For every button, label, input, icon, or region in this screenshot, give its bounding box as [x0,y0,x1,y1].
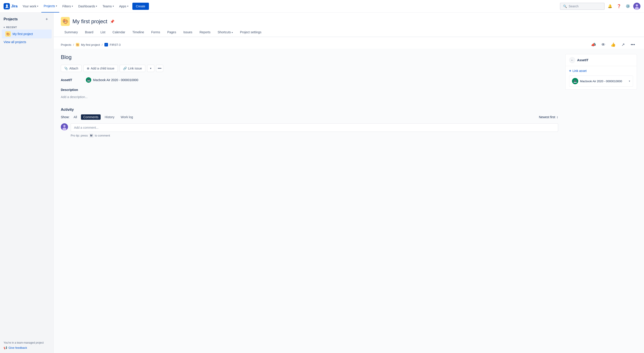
add-child-issue-button[interactable]: ⊕ Add a child issue [84,65,118,72]
filter-all[interactable]: All [71,114,80,120]
sidebar-header: Projects + [0,16,54,25]
tab-forms[interactable]: Forms [148,28,164,37]
description-label: Description [61,88,558,92]
comment-protip: Pro tip: press M to comment [71,134,558,138]
activity-sort-button[interactable]: Newest first ↕ [539,115,558,119]
child-issue-icon: ⊕ [87,67,90,70]
sidebar-section-recent[interactable]: ▾ RECENT [0,25,54,29]
chevron-down-icon: ▾ [56,5,57,7]
watch-button[interactable]: 👁 [599,41,607,49]
notifications-button[interactable]: 🔔 [606,3,614,10]
asset-panel: ← AssetIT + Link asset 💻 Macbook Air 202… [565,54,637,90]
svg-point-4 [63,125,66,127]
tab-project-settings[interactable]: Project settings [236,28,265,37]
tab-board[interactable]: Board [82,28,97,37]
chevron-down-icon: ▾ [127,5,128,7]
chevron-down-icon: ▾ [37,5,38,7]
breadcrumb-issue-icon: ✓ [104,43,108,46]
issue-container: Blog 📎 Attach ⊕ Add a child issue 🔗 Link… [54,49,644,353]
tab-timeline[interactable]: Timeline [129,28,148,37]
comment-row: Add a comment... [61,123,558,132]
breadcrumb-separator: / [73,43,74,46]
link-icon: 🔗 [123,67,127,70]
nav-dashboards[interactable]: Dashboards ▾ [76,0,100,12]
tab-issues[interactable]: Issues [180,28,196,37]
pin-icon[interactable]: 📌 [110,19,114,24]
breadcrumb-actions: 📣 👁 👍 ↗ ••• [590,41,637,49]
more-actions-button[interactable]: ••• [629,41,637,49]
breadcrumb-issue-key[interactable]: FIRST-3 [110,43,120,46]
give-feedback-link[interactable]: 📢 Give feedback [4,346,50,350]
project-header: 🎨 My first project 📌 [54,12,644,26]
tab-shortcuts[interactable]: Shortcuts ▾ [214,28,236,37]
chevron-down-icon: ▾ [72,5,73,7]
create-button[interactable]: Create [132,3,149,10]
comment-input[interactable]: Add a comment... [71,123,558,132]
description-input[interactable]: Add a description... [61,93,558,100]
jira-logo[interactable]: Jira [4,3,18,9]
issue-sidebar: ← AssetIT + Link asset 💻 Macbook Air 202… [565,54,637,352]
view-all-projects-link[interactable]: View all projects [0,38,54,45]
linked-asset-item[interactable]: 💻 Macbook Air 2020 - 0000010000 ▾ [569,75,633,87]
attach-button[interactable]: 📎 Attach [61,65,82,72]
add-project-button[interactable]: + [44,16,50,22]
filter-history[interactable]: History [102,114,117,120]
tab-summary[interactable]: Summary [61,28,82,37]
asset-field-value[interactable]: 💻 Macbook Air 2020 - 0000010000 [86,77,138,83]
chevron-down-icon: ▾ [150,67,152,70]
tab-list[interactable]: List [97,28,109,37]
jira-logo-icon [4,3,10,9]
nav-your-work[interactable]: Your work ▾ [20,0,40,12]
tab-pages[interactable]: Pages [164,28,180,37]
description-section: Description Add a description... [61,88,558,100]
breadcrumb-project-icon: 🎨 [76,43,80,46]
tab-reports[interactable]: Reports [196,28,214,37]
link-issue-button[interactable]: 🔗 Link issue [120,65,145,72]
toolbar-ellipsis-button[interactable]: ••• [156,65,163,72]
sidebar: Projects + ▾ RECENT 🎨 My first project V… [0,12,54,353]
nav-projects[interactable]: Projects ▾ [41,0,59,12]
toolbar-more-dropdown[interactable]: ▾ [147,65,154,72]
filter-worklog[interactable]: Work log [118,114,135,120]
asset-value-icon: 💻 [86,77,91,83]
protip-key: M [89,134,94,138]
linked-asset-name: Macbook Air 2020 - 0000010000 [580,79,627,83]
user-avatar[interactable] [633,3,640,10]
sidebar-footer-text: You're in a team-managed project [4,341,50,344]
sidebar-title: Projects [4,17,18,21]
breadcrumb-projects[interactable]: Projects [61,43,71,46]
linked-asset-icon: 💻 [572,78,578,84]
share-button[interactable]: ↗ [619,41,627,49]
tab-calendar[interactable]: Calendar [109,28,129,37]
sidebar-project-name: My first project [12,32,33,36]
ellipsis-icon: ••• [158,66,162,70]
chevron-down-icon: ▾ [96,5,97,7]
settings-button[interactable]: ⚙️ [624,3,632,10]
link-asset-button[interactable]: + Link asset [569,69,633,73]
nav-filters[interactable]: Filters ▾ [60,0,75,12]
nav-teams[interactable]: Teams ▾ [100,0,116,12]
activity-section: Activity Show: All Comments History Work… [61,108,558,138]
commenter-avatar [61,123,68,130]
plus-icon: + [569,69,571,73]
search-bar[interactable]: 🔍 Search [560,3,605,10]
breadcrumb-separator-2: / [102,43,103,46]
like-button[interactable]: 👍 [609,41,617,49]
feedback-action-button[interactable]: 📣 [590,41,598,49]
main-content: 🎨 My first project 📌 Summary Board List … [54,12,644,353]
show-label: Show: [61,115,70,119]
asset-panel-back-button[interactable]: ← [569,57,575,63]
filter-comments[interactable]: Comments [81,114,100,120]
nav-apps[interactable]: Apps ▾ [117,0,130,12]
feedback-icon: 📢 [4,346,7,350]
search-placeholder: Search [569,4,578,8]
top-navigation: Jira Your work ▾ Projects ▾ Filters ▾ Da… [0,0,644,12]
project-icon: 🎨 [5,31,11,37]
help-button[interactable]: ❓ [616,3,622,10]
breadcrumb-project-name[interactable]: My first project [81,43,100,46]
sidebar-project-item[interactable]: 🎨 My first project [2,29,52,38]
jira-logo-text: Jira [11,4,18,8]
activity-title: Activity [61,108,558,112]
asset-panel-header: ← AssetIT [566,54,636,66]
project-tabs: Summary Board List Calendar Timeline For… [54,28,644,37]
